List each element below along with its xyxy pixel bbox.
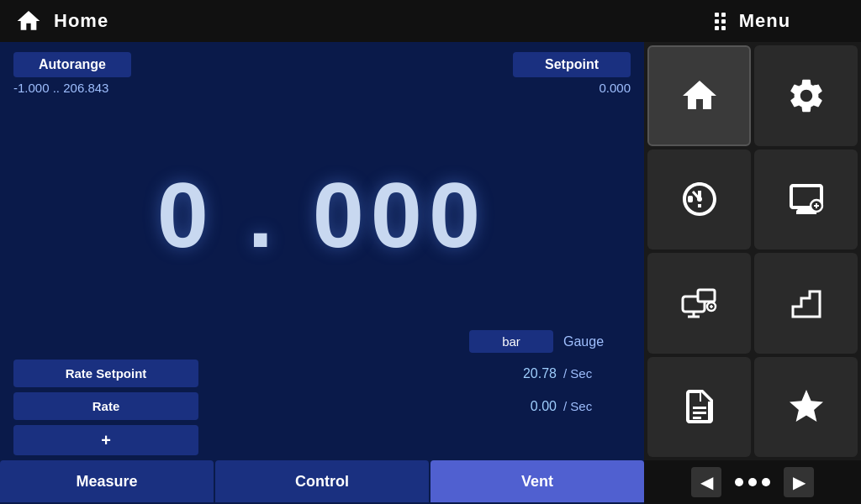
setpoint-section: Setpoint 0.000 [513, 52, 631, 95]
autorange-setpoint-row: Autorange -1.000 .. 206.843 Setpoint 0.0… [13, 52, 631, 95]
tab-measure[interactable]: Measure [0, 460, 214, 502]
svg-point-0 [812, 85, 819, 92]
setpoint-button[interactable]: Setpoint [513, 52, 631, 77]
sidebar-item-steps[interactable] [754, 253, 858, 354]
nav-dots [735, 478, 770, 486]
rate-setpoint-row: Rate Setpoint 20.78 / Sec [13, 360, 631, 387]
rate-setpoint-unit: / Sec [563, 366, 631, 381]
big-value-area: 0 . 000 [13, 98, 631, 330]
autorange-section: Autorange -1.000 .. 206.843 [13, 52, 131, 95]
svg-rect-7 [698, 290, 715, 302]
sidebar-nav: ◀ ▶ [644, 460, 861, 504]
nav-prev-button[interactable]: ◀ [691, 467, 721, 497]
grid-dots-icon [715, 13, 726, 30]
rate-label-button[interactable]: Rate [13, 392, 198, 420]
icon-grid [644, 42, 861, 460]
page-title: Home [54, 10, 108, 32]
setpoint-value: 0.000 [513, 81, 631, 95]
nav-dot-3 [762, 478, 770, 486]
sidebar-item-network[interactable] [647, 253, 751, 354]
rate-setpoint-label-button[interactable]: Rate Setpoint [13, 360, 198, 387]
right-sidebar: Menu [644, 0, 861, 504]
mode-label: Gauge [563, 334, 631, 349]
main-reading: 0 . 000 [157, 161, 487, 268]
nav-next-button[interactable]: ▶ [784, 467, 814, 497]
plus-row: + [13, 425, 631, 455]
sidebar-item-home[interactable] [647, 45, 751, 146]
tab-vent[interactable]: Vent [430, 460, 644, 502]
nav-dot-2 [748, 478, 757, 486]
svg-point-1 [697, 197, 702, 202]
content-area: Autorange -1.000 .. 206.843 Setpoint 0.0… [0, 42, 644, 460]
sidebar-header: Menu [644, 0, 861, 42]
unit-row: bar Gauge [13, 330, 631, 353]
nav-dot-1 [735, 478, 743, 486]
unit-button[interactable]: bar [469, 330, 553, 353]
plus-button[interactable]: + [13, 425, 198, 455]
svg-rect-2 [688, 196, 693, 202]
sidebar-item-document[interactable] [647, 357, 751, 458]
sidebar-item-settings[interactable] [754, 45, 858, 146]
home-nav-icon[interactable] [13, 6, 44, 36]
sidebar-item-favorites[interactable] [754, 357, 858, 458]
rate-value: 0.00 [198, 399, 563, 414]
main-panel: Home Autorange -1.000 .. 206.843 Setpoin… [0, 0, 644, 504]
rate-setpoint-value: 20.78 [198, 366, 563, 381]
rate-unit: / Sec [563, 399, 631, 413]
range-display: -1.000 .. 206.843 [13, 81, 131, 95]
bottom-tabs: Measure Control Vent [0, 460, 644, 504]
sidebar-item-display[interactable] [754, 150, 858, 250]
tab-control[interactable]: Control [215, 460, 429, 502]
rate-row: Rate 0.00 / Sec [13, 392, 631, 420]
autorange-button[interactable]: Autorange [13, 52, 131, 77]
menu-title: Menu [739, 10, 790, 32]
top-bar: Home [0, 0, 644, 42]
sidebar-item-gauge[interactable] [647, 150, 751, 250]
